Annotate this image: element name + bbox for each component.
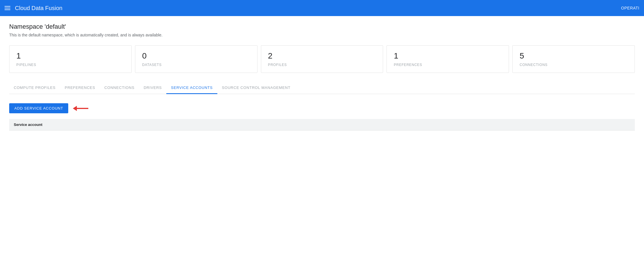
add-service-account-button[interactable]: ADD SERVICE ACCOUNT bbox=[9, 103, 68, 113]
header-left: Cloud Data Fusion bbox=[5, 5, 63, 11]
stat-label-profiles: PROFILES bbox=[268, 63, 376, 67]
stat-label-datasets: DATASETS bbox=[142, 63, 250, 67]
stat-card-connections[interactable]: 5 CONNECTIONS bbox=[512, 45, 635, 73]
page-title: Namespace 'default' bbox=[9, 23, 635, 30]
stat-number-datasets: 0 bbox=[142, 51, 250, 61]
stats-row: 1 PIPELINES 0 DATASETS 2 PROFILES 1 PREF… bbox=[9, 45, 635, 73]
tab-source-control-management[interactable]: SOURCE CONTROL MANAGEMENT bbox=[217, 82, 295, 94]
content-area: ADD SERVICE ACCOUNT Service account bbox=[9, 101, 635, 133]
app-header: Cloud Data Fusion OPERATI bbox=[0, 0, 644, 16]
header-right-text: OPERATI bbox=[621, 6, 639, 10]
main-content: Namespace 'default' This is the default … bbox=[0, 16, 644, 261]
stat-card-pipelines[interactable]: 1 PIPELINES bbox=[9, 45, 132, 73]
stat-number-pipelines: 1 bbox=[16, 51, 124, 61]
stat-card-profiles[interactable]: 2 PROFILES bbox=[261, 45, 383, 73]
tab-connections[interactable]: CONNECTIONS bbox=[100, 82, 139, 94]
stat-number-preferences: 1 bbox=[394, 51, 502, 61]
stat-card-preferences[interactable]: 1 PREFERENCES bbox=[387, 45, 509, 73]
tab-service-accounts[interactable]: SERVICE ACCOUNTS bbox=[166, 82, 217, 94]
tab-compute-profiles[interactable]: COMPUTE PROFILES bbox=[9, 82, 60, 94]
tabs-container: COMPUTE PROFILES PREFERENCES CONNECTIONS… bbox=[9, 82, 635, 94]
arrow-head-icon bbox=[73, 106, 77, 111]
tab-preferences[interactable]: PREFERENCES bbox=[60, 82, 100, 94]
hamburger-icon[interactable] bbox=[5, 6, 10, 10]
arrow-body bbox=[77, 108, 88, 109]
add-button-row: ADD SERVICE ACCOUNT bbox=[9, 103, 635, 113]
page-description: This is the default namespace, which is … bbox=[9, 33, 635, 37]
arrow-indicator bbox=[73, 106, 88, 111]
stat-label-pipelines: PIPELINES bbox=[16, 63, 124, 67]
stat-number-connections: 5 bbox=[520, 51, 628, 61]
stat-card-datasets[interactable]: 0 DATASETS bbox=[135, 45, 257, 73]
stat-label-preferences: PREFERENCES bbox=[394, 63, 502, 67]
table-header-service-account: Service account bbox=[9, 119, 635, 130]
app-title: Cloud Data Fusion bbox=[15, 5, 63, 11]
stat-label-connections: CONNECTIONS bbox=[520, 63, 628, 67]
tab-drivers[interactable]: DRIVERS bbox=[139, 82, 166, 94]
stat-number-profiles: 2 bbox=[268, 51, 376, 61]
